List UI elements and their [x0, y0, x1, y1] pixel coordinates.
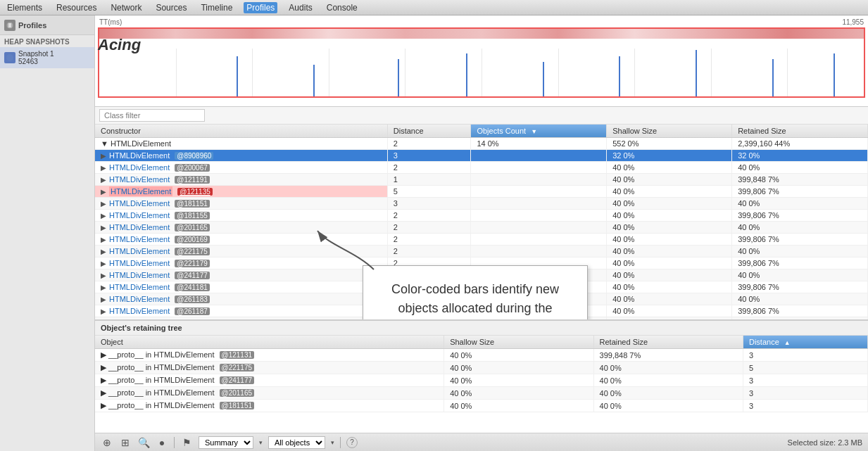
table-cell-name[interactable]: ▶HTMLDivElement @8908960	[95, 150, 387, 162]
table-cell-shallow: 40 0%	[607, 305, 732, 317]
menu-network[interactable]: Network	[108, 2, 144, 13]
toolbar-record-btn[interactable]: ●	[156, 436, 168, 449]
class-filter-input[interactable]	[99, 109, 205, 122]
table-cell-name[interactable]: ▶HTMLDivElement @121135	[95, 186, 387, 198]
table-cell-shallow: 552 0%	[607, 138, 732, 150]
table-cell-name[interactable]: ▶HTMLDivElement @181151	[95, 198, 387, 210]
toolbar-sep1	[174, 437, 175, 448]
ret-cell-shallow: 40 0%	[444, 349, 593, 362]
table-cell-retained: 40 0%	[732, 198, 868, 210]
ret-cell-distance: 3	[743, 400, 867, 412]
table-cell-distance: 3	[387, 198, 471, 210]
table-cell-retained: 399,806 7%	[732, 305, 868, 317]
table-cell-name[interactable]: ▶HTMLDivElement @241181	[95, 281, 387, 293]
table-cell-retained: 399,806 7%	[732, 234, 868, 246]
table-cell-name[interactable]: ▶HTMLDivElement @181155	[95, 210, 387, 222]
ret-cell-distance: 3	[743, 349, 867, 362]
table-cell-count	[471, 222, 607, 234]
menu-profiles[interactable]: Profiles	[244, 2, 277, 13]
sidebar-header: Profiles	[0, 15, 94, 35]
table-cell-retained: 399,848 7%	[732, 174, 868, 186]
table-cell-distance: 2	[387, 210, 471, 222]
retaining-table: Object Shallow Size Retained Size Distan…	[95, 336, 868, 412]
tooltip-text: Color-coded bars identify new objects al…	[391, 282, 559, 320]
col-objects-count[interactable]: Objects Count ▼	[471, 125, 607, 138]
table-cell-distance: 3	[387, 150, 471, 162]
main-table-container[interactable]: Constructor Distance Objects Count ▼ Sha…	[95, 125, 868, 320]
ret-col-retained[interactable]: Retained Size	[593, 336, 743, 349]
ret-cell-retained: 399,848 7%	[593, 349, 743, 362]
table-row[interactable]: ▶ __proto__ in HTMLDivElement @18115140 …	[95, 400, 868, 412]
menu-audits[interactable]: Audits	[286, 2, 315, 13]
table-cell-retained: 399,806 7%	[732, 210, 868, 222]
table-cell-count	[471, 210, 607, 222]
menu-console[interactable]: Console	[324, 2, 360, 13]
toolbar-search-btn[interactable]: 🔍	[137, 436, 150, 449]
timeline-area: TT(ms) 11,955	[95, 15, 868, 107]
svg-point-2	[6, 54, 13, 61]
snapshot-item[interactable]: Snapshot 1 52463	[0, 47, 94, 68]
ret-cell-distance: 5	[743, 362, 867, 374]
table-row[interactable]: ▶ __proto__ in HTMLDivElement @12113140 …	[95, 349, 868, 362]
toolbar-add-btn[interactable]: ⊕	[101, 436, 113, 449]
table-row[interactable]: ▶ __proto__ in HTMLDivElement @24117740 …	[95, 374, 868, 387]
summary-select[interactable]: Summary	[199, 436, 253, 449]
ret-col-object[interactable]: Object	[95, 336, 444, 349]
menu-resources[interactable]: Resources	[54, 2, 99, 13]
table-cell-shallow: 32 0%	[607, 150, 732, 162]
table-cell-name[interactable]: ▶ Array	[95, 317, 387, 321]
table-cell-name[interactable]: ▶HTMLDivElement @261183	[95, 293, 387, 305]
col-constructor[interactable]: Constructor	[95, 125, 387, 138]
table-row[interactable]: ▶ __proto__ in HTMLDivElement @22117540 …	[95, 362, 868, 374]
table-cell-shallow: 40 0%	[607, 174, 732, 186]
profiles-icon	[4, 20, 15, 31]
ret-cell-shallow: 40 0%	[444, 400, 593, 412]
tooltip-box: Color-coded bars identify new objects al…	[363, 265, 588, 320]
ret-col-shallow[interactable]: Shallow Size	[444, 336, 593, 349]
timeline-red-bar	[99, 29, 864, 39]
snapshot-name: Snapshot 1	[18, 50, 54, 58]
class-filter-bar	[95, 107, 868, 125]
table-cell-name[interactable]: ▼ HTMLDivElement	[95, 138, 387, 150]
ret-cell-name[interactable]: ▶ __proto__ in HTMLDivElement @121131	[95, 349, 444, 362]
ret-cell-name[interactable]: ▶ __proto__ in HTMLDivElement @181151	[95, 400, 444, 412]
table-cell-count: 14 0%	[471, 138, 607, 150]
table-cell-name[interactable]: ▶HTMLDivElement @200067	[95, 162, 387, 174]
table-cell-name[interactable]: ▶HTMLDivElement @121191	[95, 174, 387, 186]
col-distance[interactable]: Distance	[387, 125, 471, 138]
table-cell-retained: 40 0%	[732, 246, 868, 258]
ret-cell-name[interactable]: ▶ __proto__ in HTMLDivElement @221175	[95, 362, 444, 374]
table-cell-retained: 40 0%	[732, 222, 868, 234]
objects-select[interactable]: All objects	[268, 436, 325, 449]
main-layout: Profiles HEAP SNAPSHOTS Snapshot 1 52463…	[0, 15, 868, 451]
ret-cell-retained: 40 0%	[593, 374, 743, 387]
ret-cell-name[interactable]: ▶ __proto__ in HTMLDivElement @241177	[95, 374, 444, 387]
ret-cell-name[interactable]: ▶ __proto__ in HTMLDivElement @201165	[95, 387, 444, 400]
col-retained-size[interactable]: Retained Size	[732, 125, 868, 138]
timeline-chart[interactable]	[98, 27, 865, 98]
timeline-end: 11,955	[842, 18, 864, 26]
menu-elements[interactable]: Elements	[4, 2, 45, 13]
table-row[interactable]: ▶ __proto__ in HTMLDivElement @20116540 …	[95, 387, 868, 400]
table-cell-distance: 2	[387, 222, 471, 234]
table-cell-shallow: 40 0%	[607, 162, 732, 174]
table-cell-count	[471, 198, 607, 210]
table-cell-count	[471, 162, 607, 174]
menu-timeline[interactable]: Timeline	[198, 2, 235, 13]
toolbar-flag-btn[interactable]: ⚑	[180, 436, 193, 449]
ret-col-distance[interactable]: Distance ▲	[743, 336, 867, 349]
snapshot-icon	[4, 52, 15, 63]
retaining-tree[interactable]: Object's retaining tree Object Shallow S…	[95, 320, 868, 433]
bottom-toolbar: ⊕ ⊞ 🔍 ● ⚑ Summary ▾ All objects ▾ ? Sele…	[95, 433, 868, 451]
heap-section-title: HEAP SNAPSHOTS	[0, 35, 94, 47]
col-shallow-size[interactable]: Shallow Size	[607, 125, 732, 138]
toolbar-tree-btn[interactable]: ⊞	[119, 436, 132, 449]
table-cell-retained: 40 0%	[732, 293, 868, 305]
menu-sources[interactable]: Sources	[153, 2, 189, 13]
table-cell-retained: 32 0%	[732, 150, 868, 162]
svg-rect-1	[8, 23, 11, 27]
table-cell-count	[471, 150, 607, 162]
table-cell-name[interactable]: ▶HTMLDivElement @261187	[95, 305, 387, 317]
table-cell-shallow: 192 0%	[607, 317, 732, 321]
help-btn[interactable]: ?	[346, 437, 358, 448]
